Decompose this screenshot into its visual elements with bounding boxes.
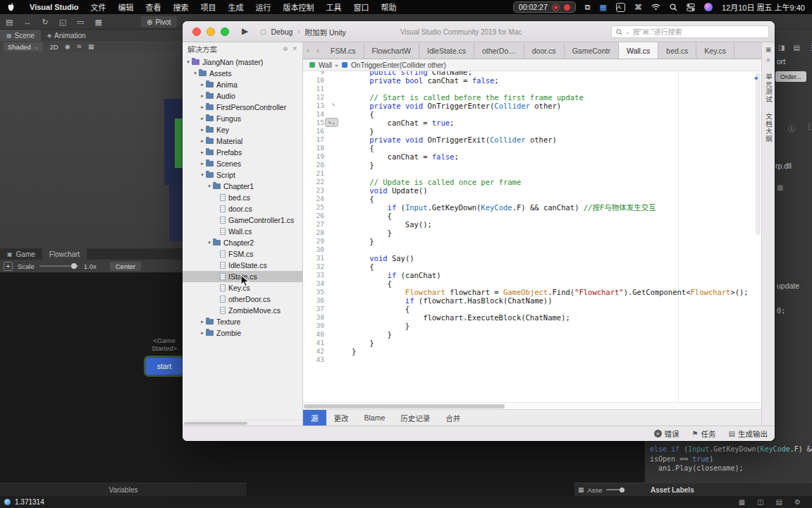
editor-tab[interactable]: FSM.cs — [323, 42, 364, 59]
scale-slider[interactable] — [39, 265, 79, 267]
scene-wall-object-2[interactable] — [169, 185, 183, 241]
tree-item[interactable]: ▸Scenes — [183, 158, 302, 169]
menubar-item[interactable]: 运行 — [255, 1, 271, 13]
vertical-scrollbar[interactable] — [756, 73, 761, 235]
unity-panel-tab[interactable]: ◈Animation — [41, 30, 92, 41]
center-button[interactable]: Center — [110, 262, 142, 271]
tree-item[interactable]: GameController1.cs — [183, 214, 302, 226]
close-icon[interactable]: ✕ — [292, 45, 297, 52]
unity-tool-icon[interactable]: ↻ — [42, 18, 48, 27]
add-block-button[interactable]: + — [4, 262, 13, 271]
control-center-icon[interactable] — [687, 4, 695, 11]
tree-item[interactable]: ▸Audio — [183, 90, 302, 102]
thumbnail-zoom-slider[interactable] — [606, 489, 625, 490]
unity-status-icon[interactable]: ▦ — [739, 498, 745, 506]
siri-icon[interactable] — [704, 3, 713, 11]
menubar-item[interactable]: 工具 — [326, 1, 341, 13]
quick-fix-widget[interactable]: ✎⌄ — [325, 118, 338, 127]
menubar-app-name[interactable]: Visual Studio — [30, 3, 78, 11]
scene-toolbar-icon[interactable]: ◉ — [65, 43, 70, 50]
editor-tab[interactable]: otherDo… — [474, 42, 524, 59]
tree-item[interactable]: otherDoor.cs — [183, 294, 302, 305]
menubar-item[interactable]: 窗口 — [353, 1, 369, 13]
close-button[interactable] — [192, 28, 201, 36]
menubar-item[interactable]: 查看 — [145, 1, 161, 13]
menubar-item[interactable]: 搜索 — [173, 1, 188, 13]
tree-item[interactable]: ▸Anima — [183, 79, 302, 90]
zoom-button[interactable] — [221, 28, 229, 36]
flowchart-start-block[interactable]: start — [145, 357, 183, 375]
search-icon[interactable] — [670, 4, 677, 11]
scale-slider-knob[interactable] — [71, 263, 77, 269]
menubar-item[interactable]: 帮助 — [381, 1, 396, 13]
scene-cube-object[interactable] — [175, 119, 183, 168]
unity-status-icon[interactable]: ◫ — [757, 498, 763, 506]
screen-recording-timer[interactable]: 00:02:27 — [513, 1, 576, 13]
tree-item[interactable]: ▾Chapter2 — [183, 237, 302, 248]
tree-item[interactable]: ▾JiangNan (master) — [183, 56, 302, 68]
unity-scene-view[interactable] — [0, 52, 183, 248]
code-editor[interactable]: 9 public string ChatName;10 private bool… — [303, 71, 761, 402]
horizontal-scrollbar[interactable] — [303, 402, 761, 409]
version-tab[interactable]: 历史记录 — [393, 410, 438, 425]
editor-tab[interactable]: FlowchartW — [364, 42, 419, 59]
side-tool-tab[interactable]: 单元测试 — [763, 73, 773, 103]
apple-menu-icon[interactable] — [7, 3, 15, 12]
copy-icon[interactable]: ⧉ — [585, 3, 591, 12]
menubar-item[interactable]: 生成 — [228, 1, 243, 13]
variables-panel-header[interactable]: Variables — [0, 483, 247, 496]
pivot-toggle-button[interactable]: ⊕ Pivot — [141, 16, 177, 28]
attach-to-unity-dropdown[interactable]: 附加到 Unity — [304, 27, 345, 37]
menubar-item[interactable]: 文件 — [90, 1, 106, 13]
nav-back-button[interactable]: ‹ — [303, 42, 313, 59]
unity-status-icon[interactable]: ▤ — [776, 498, 782, 506]
search-input[interactable] — [633, 28, 764, 36]
breadcrumb-class[interactable]: Wall — [319, 61, 332, 69]
tree-item[interactable]: FSM.cs — [183, 248, 302, 260]
version-tab[interactable]: 合并 — [438, 410, 468, 425]
tree-item[interactable]: ▸Key — [183, 124, 302, 135]
editor-tab[interactable]: IdleState.cs — [419, 42, 474, 59]
editor-tab[interactable]: GameContr — [565, 42, 619, 59]
unity-tool-icon[interactable]: ◱ — [59, 18, 66, 27]
tree-item[interactable]: ▸FirstPersonController — [183, 102, 302, 113]
status-item[interactable]: ▤生成输出 — [729, 428, 768, 439]
add-icon[interactable]: ⊕ — [283, 45, 288, 52]
tree-item[interactable]: ▾Assets — [183, 68, 302, 79]
status-item[interactable]: ×错误 — [654, 428, 679, 439]
tree-item[interactable]: IdleState.cs — [183, 260, 302, 271]
vs-titlebar[interactable]: ▶ ▢ Debug › 附加到 Unity Visual Studio Comm… — [183, 21, 775, 42]
dock-icon[interactable]: ▣ — [765, 46, 772, 53]
unity-panel-tab[interactable]: ▦Scene — [0, 30, 41, 41]
version-tab[interactable]: Blame — [357, 410, 393, 425]
run-button[interactable]: ▶ — [242, 26, 248, 36]
solution-scrollbar[interactable] — [183, 420, 302, 425]
version-tab[interactable]: 源 — [303, 410, 326, 425]
tree-item[interactable]: ▸Fungus — [183, 113, 302, 124]
tree-item[interactable]: ▾Chapter1 — [183, 181, 302, 192]
record-dot-icon[interactable] — [564, 4, 570, 11]
unity-tool-icon[interactable]: ▤ — [6, 18, 13, 27]
unity-tool-icon[interactable]: ▦ — [94, 18, 102, 27]
menu-icon[interactable]: ≡ — [766, 56, 770, 64]
thumbnail-zoom-knob[interactable] — [620, 488, 625, 492]
unity-status-icon[interactable]: ⚙ — [794, 498, 801, 506]
unity-view-tab[interactable]: ▣Game — [0, 248, 42, 260]
order-button[interactable]: Order... — [775, 71, 806, 82]
tree-item[interactable]: ZombieMove.cs — [183, 305, 302, 316]
debug-config-dropdown[interactable]: Debug — [271, 28, 293, 36]
tree-item[interactable]: ▸Material — [183, 135, 302, 147]
tree-item[interactable]: ▸Texture — [183, 316, 302, 327]
nav-forward-button[interactable]: › — [313, 42, 323, 59]
wifi-icon[interactable] — [651, 4, 660, 11]
scene-toolbar-icon[interactable]: ▦ — [88, 43, 94, 50]
tree-item[interactable]: ▾Script — [183, 169, 302, 181]
editor-tab[interactable]: door.cs — [524, 42, 565, 59]
unity-view-tab[interactable]: Flowchart — [42, 248, 87, 260]
menubar-item[interactable]: 项目 — [200, 1, 216, 13]
breadcrumb-member[interactable]: OnTriggerEnter(Collider other) — [351, 61, 446, 69]
quick-fix-icon[interactable]: ✎ — [332, 101, 336, 109]
record-icon[interactable] — [552, 4, 560, 11]
version-tab[interactable]: 更改 — [326, 410, 357, 425]
tree-item[interactable]: Wall.cs — [183, 226, 302, 237]
